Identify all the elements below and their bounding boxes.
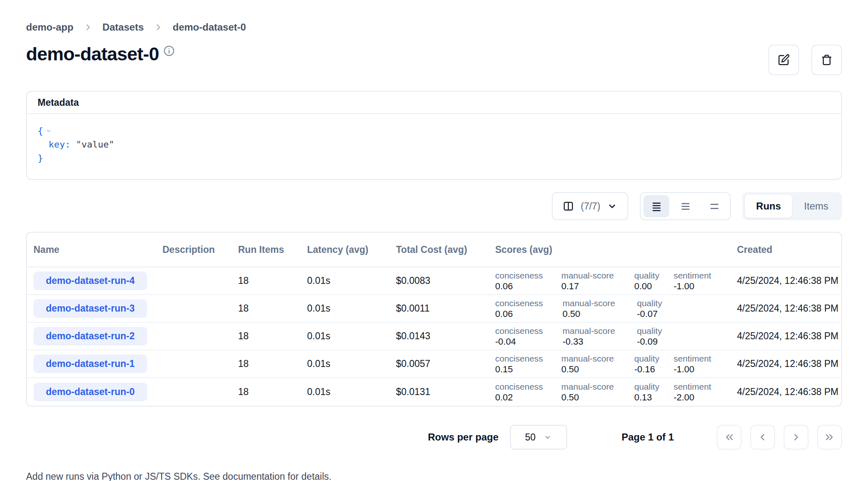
score-value: -1.00 (674, 281, 730, 292)
score-label: sentiment (674, 353, 730, 364)
delete-dataset-button[interactable] (811, 45, 842, 75)
metadata-card: Metadata { key: "value" } (26, 91, 842, 180)
run-name-link[interactable]: demo-dataset-run-0 (33, 383, 147, 401)
scores-cell: conciseness 0.15 manual-score 0.50 quali… (489, 353, 730, 375)
column-visibility-button[interactable]: (7/7) (552, 192, 628, 220)
score-label: quality (634, 270, 674, 281)
column-header-description[interactable]: Description (156, 244, 231, 255)
previous-page-button[interactable] (750, 425, 775, 450)
table-row[interactable]: demo-dataset-run-1 18 0.01s $0.0057 conc… (27, 350, 841, 378)
created-cell: 4/25/2024, 12:46:38 PM (730, 358, 842, 369)
created-cell: 4/25/2024, 12:46:38 PM (730, 275, 842, 286)
page-status: Page 1 of 1 (617, 431, 679, 443)
runs-items-tab-group: Runs Items (742, 192, 842, 220)
column-header-name[interactable]: Name (27, 244, 156, 255)
json-open-brace: { (38, 124, 43, 138)
column-header-total-cost[interactable]: Total Cost (avg) (389, 244, 489, 255)
run-name-link[interactable]: demo-dataset-run-3 (33, 299, 147, 318)
latency-cell: 0.01s (300, 275, 389, 286)
score-chip: conciseness 0.15 (495, 353, 561, 375)
documentation-link[interactable]: documentation (223, 471, 285, 481)
chevron-right-icon (83, 23, 93, 32)
row-height-medium-button[interactable] (672, 195, 698, 217)
created-cell: 4/25/2024, 12:46:38 PM (730, 303, 842, 314)
run-items-cell: 18 (231, 358, 300, 369)
score-value: -0.07 (637, 309, 677, 319)
score-value: 0.17 (561, 281, 634, 292)
table-row[interactable]: demo-dataset-run-2 18 0.01s $0.0143 conc… (27, 323, 841, 350)
chevron-right-icon (790, 431, 802, 443)
score-chip: manual-score -0.33 (563, 326, 637, 347)
chevrons-left-icon (723, 431, 735, 443)
score-chip: manual-score 0.17 (561, 270, 634, 292)
last-page-button[interactable] (817, 425, 842, 450)
edit-dataset-button[interactable] (768, 45, 799, 75)
first-page-button[interactable] (717, 425, 742, 450)
chevron-left-icon (757, 431, 768, 443)
footer-text-prefix: Add new runs via Python or JS/TS SDKs. S… (26, 471, 223, 481)
score-value: -0.04 (495, 336, 563, 347)
run-items-cell: 18 (231, 303, 300, 314)
table-body: demo-dataset-run-4 18 0.01s $0.0083 conc… (27, 267, 841, 406)
row-height-tall-button[interactable] (701, 195, 727, 217)
score-value: -1.00 (674, 364, 730, 375)
table-row[interactable]: demo-dataset-run-3 18 0.01s $0.0011 conc… (27, 295, 841, 323)
total-cost-cell: $0.0011 (389, 303, 489, 314)
score-label: quality (634, 353, 674, 364)
column-header-created[interactable]: Created (730, 244, 842, 255)
run-items-cell: 18 (231, 386, 300, 398)
score-label: manual-score (561, 381, 634, 392)
breadcrumb-item-datasets[interactable]: Datasets (103, 21, 144, 33)
score-chip: conciseness 0.06 (495, 270, 561, 292)
score-value: -2.00 (674, 392, 730, 403)
scores-cell: conciseness -0.04 manual-score -0.33 qua… (489, 326, 730, 347)
scores-cell: conciseness 0.06 manual-score 0.17 quali… (489, 270, 730, 292)
square-pen-icon (777, 54, 790, 66)
rows-per-page-label: Rows per page (428, 431, 498, 443)
tab-items[interactable]: Items (793, 195, 839, 218)
score-chip: manual-score 0.50 (561, 353, 634, 375)
table-row[interactable]: demo-dataset-run-0 18 0.01s $0.0131 conc… (27, 378, 841, 406)
column-header-latency[interactable]: Latency (avg) (300, 244, 389, 255)
score-value: -0.33 (563, 336, 637, 347)
run-name-link[interactable]: demo-dataset-run-2 (33, 327, 147, 345)
breadcrumb-item-dataset[interactable]: demo-dataset-0 (173, 21, 246, 33)
score-value: -0.16 (634, 364, 674, 375)
score-value: 0.02 (495, 392, 561, 403)
score-value: 0.13 (634, 392, 674, 403)
column-header-run-items[interactable]: Run Items (231, 244, 300, 255)
score-label: quality (637, 326, 677, 336)
info-icon[interactable] (163, 45, 175, 57)
json-key: key: (48, 138, 70, 151)
latency-cell: 0.01s (300, 386, 389, 398)
row-height-dense-button[interactable] (644, 195, 669, 217)
run-name-link[interactable]: demo-dataset-run-4 (33, 271, 147, 290)
breadcrumb-item-project[interactable]: demo-app (26, 21, 74, 33)
run-name-link[interactable]: demo-dataset-run-1 (33, 355, 147, 373)
table-row[interactable]: demo-dataset-run-4 18 0.01s $0.0083 conc… (27, 267, 841, 295)
column-header-scores[interactable]: Scores (avg) (489, 244, 730, 255)
score-label: quality (637, 298, 677, 309)
score-value: -0.09 (637, 336, 677, 347)
score-chip: sentiment -1.00 (674, 353, 730, 375)
rows-tall-icon (709, 201, 720, 212)
score-label: sentiment (674, 270, 730, 281)
score-chip: conciseness 0.06 (495, 298, 563, 319)
score-chip: quality -0.09 (637, 326, 677, 347)
tab-runs[interactable]: Runs (745, 195, 792, 218)
dataset-page: demo-app Datasets demo-dataset-0 demo-da… (0, 21, 868, 481)
total-cost-cell: $0.0083 (389, 275, 489, 286)
json-collapse-chevron-icon[interactable] (45, 127, 52, 135)
rows-per-page-select[interactable]: 50 (510, 425, 567, 450)
chevron-right-icon (154, 23, 163, 32)
chevrons-right-icon (824, 431, 835, 443)
row-height-toggle-group (640, 192, 731, 220)
pagination-bar: Rows per page 50 Page 1 of 1 (26, 425, 842, 450)
created-cell: 4/25/2024, 12:46:38 PM (730, 331, 842, 342)
split-columns-icon (563, 200, 574, 212)
score-value: 0.50 (561, 364, 634, 375)
score-label: manual-score (561, 270, 634, 281)
score-label: conciseness (495, 353, 561, 364)
score-label: sentiment (674, 381, 730, 392)
next-page-button[interactable] (784, 425, 808, 450)
